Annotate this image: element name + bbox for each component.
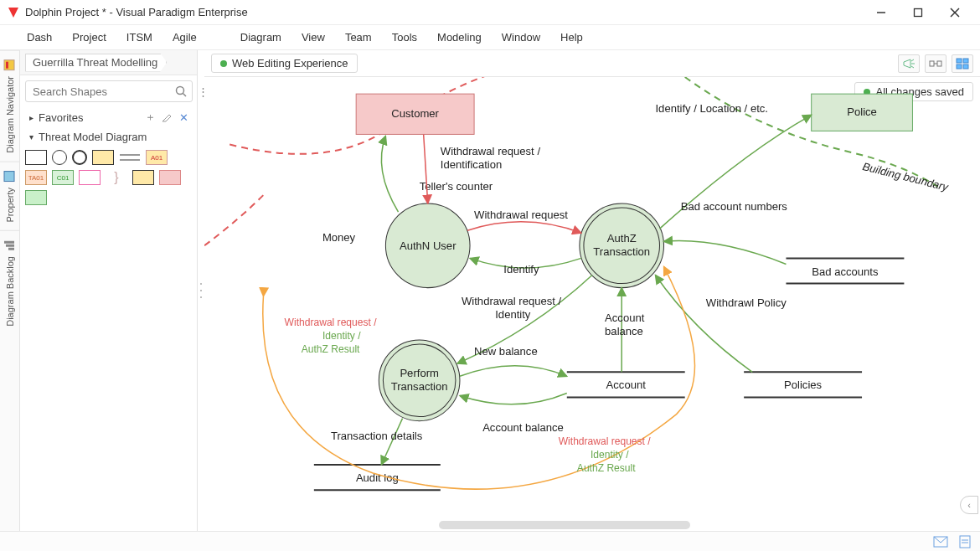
svg-text:AuthZ Result: AuthZ Result <box>577 462 636 474</box>
svg-text:Withdrawal request /: Withdrawal request / <box>285 317 378 328</box>
svg-rect-8 <box>9 248 15 250</box>
window-title: Dolphin Project * - Visual Paradigm Ente… <box>25 6 863 18</box>
sidetab-label: Property <box>5 188 15 223</box>
menubar: Dash Project ITSM Agile Diagram View Tea… <box>0 25 980 50</box>
menu-window[interactable]: Window <box>492 25 550 50</box>
grid-icon <box>956 58 969 70</box>
doc-header: Web Editing Experience <box>204 50 980 77</box>
menu-itsm[interactable]: ITSM <box>116 25 162 50</box>
shape-circle-thin[interactable] <box>52 150 67 165</box>
menu-agile[interactable]: Agile <box>162 25 207 50</box>
menu-team[interactable]: Team <box>335 25 382 50</box>
tool-grid[interactable] <box>952 54 973 73</box>
svg-line-12 <box>183 94 187 97</box>
panel-collapse-handle[interactable]: ‹ <box>960 496 978 514</box>
layout-icon <box>929 58 942 70</box>
statusbar <box>0 531 980 551</box>
svg-text:AuthZ Result: AuthZ Result <box>302 343 360 355</box>
edit-favorite-icon[interactable] <box>160 111 173 124</box>
shape-rect[interactable] <box>25 150 47 165</box>
node-label: AuthN User <box>400 239 456 252</box>
store-audit-log[interactable]: Audit log <box>314 465 441 490</box>
backlog-icon <box>4 239 16 251</box>
menu-help[interactable]: Help <box>550 25 593 50</box>
svg-line-15 <box>911 59 914 61</box>
titlebar: Dolphin Project * - Visual Paradigm Ente… <box>0 0 980 25</box>
sidetab-label: Diagram Backlog <box>5 256 15 327</box>
svg-text:balance: balance <box>605 325 643 337</box>
node-label: AuthZ <box>607 232 637 245</box>
chevron-right-icon: ▸ <box>27 113 35 122</box>
minimize-button[interactable] <box>863 0 900 25</box>
svg-rect-2 <box>915 8 922 16</box>
search-shapes-box[interactable] <box>25 80 193 102</box>
shape-line[interactable] <box>119 150 141 165</box>
svg-text:Identification: Identification <box>441 158 502 171</box>
svg-point-11 <box>177 87 184 95</box>
shape-note2[interactable] <box>132 170 154 185</box>
svg-line-17 <box>911 66 914 68</box>
store-policies[interactable]: Policies <box>744 372 862 397</box>
svg-text:Identify: Identify <box>503 263 539 276</box>
shape-pink-rect[interactable] <box>79 170 101 185</box>
menu-dash[interactable]: Dash <box>17 25 62 50</box>
doc-tab-label: Web Editing Experience <box>232 57 348 70</box>
search-input[interactable] <box>31 85 175 99</box>
tool-layout[interactable] <box>925 54 946 73</box>
svg-text:Identity: Identity <box>495 308 531 321</box>
svg-text:Withdrawal request /: Withdrawal request / <box>559 435 652 447</box>
menu-modeling[interactable]: Modeling <box>427 25 492 50</box>
add-favorite-icon[interactable]: ＋ <box>143 111 157 124</box>
shape-note[interactable] <box>92 150 114 165</box>
close-button[interactable] <box>936 0 973 25</box>
favorites-section[interactable]: ▸ Favorites ＋ ✕ <box>20 107 197 127</box>
svg-marker-0 <box>8 8 18 18</box>
menu-view[interactable]: View <box>291 25 335 50</box>
threat-section[interactable]: ▾ Threat Model Diagram <box>20 127 197 147</box>
svg-text:Withdrawal request /: Withdrawal request / <box>462 295 562 307</box>
section-label: Threat Model Diagram <box>39 131 147 143</box>
shape-pink2[interactable] <box>159 170 181 185</box>
menu-project[interactable]: Project <box>62 25 116 50</box>
breadcrumb-item[interactable]: Guerrilla Threat Modelling <box>25 54 167 72</box>
boundary-label: Building boundary <box>861 160 951 193</box>
node-label: Customer <box>391 107 439 120</box>
diagram-canvas[interactable]: All changes saved Teller's counter Build… <box>204 77 980 531</box>
svg-rect-9 <box>7 245 15 247</box>
tool-announce[interactable] <box>898 54 920 73</box>
node-label: Police <box>847 106 877 118</box>
boundary-label: Teller's counter <box>420 180 493 193</box>
shape-c01[interactable]: C01 <box>52 170 74 185</box>
svg-rect-10 <box>5 241 15 244</box>
sidetab-diagram-navigator[interactable]: Diagram Navigator <box>0 50 19 162</box>
shape-green2[interactable] <box>25 190 47 205</box>
splitter-handle[interactable] <box>198 50 204 531</box>
sidetab-diagram-backlog[interactable]: Diagram Backlog <box>0 230 19 335</box>
store-label: Bad accounts <box>812 265 879 278</box>
horizontal-scrollbar[interactable] <box>439 521 690 529</box>
menu-tools[interactable]: Tools <box>382 25 427 50</box>
shape-a01[interactable]: A01 <box>146 150 168 165</box>
note-icon[interactable] <box>958 535 972 548</box>
doc-tab[interactable]: Web Editing Experience <box>211 54 358 73</box>
remove-favorite-icon[interactable]: ✕ <box>177 111 190 124</box>
maximize-button[interactable] <box>900 0 936 25</box>
svg-text:Transaction details: Transaction details <box>331 430 423 442</box>
shape-curly[interactable]: } <box>106 170 127 185</box>
shape-ta01[interactable]: TA01 <box>25 170 47 185</box>
svg-text:Withdrawl Policy: Withdrawl Policy <box>706 296 787 309</box>
svg-rect-19 <box>937 61 941 66</box>
sidetab-property[interactable]: Property <box>0 162 19 231</box>
megaphone-icon <box>902 58 916 70</box>
shape-palette: A01 TA01 C01 } <box>20 147 197 209</box>
mail-icon[interactable] <box>933 536 948 548</box>
favorites-label: Favorites <box>39 111 83 124</box>
store-account[interactable]: Account <box>567 372 685 397</box>
store-bad-accounts[interactable]: Bad accounts <box>786 258 904 283</box>
menu-diagram[interactable]: Diagram <box>230 25 291 50</box>
svg-text:Withdrawal request /: Withdrawal request / <box>441 145 541 157</box>
svg-text:Identify / Location / etc.: Identify / Location / etc. <box>655 102 768 115</box>
svg-rect-24 <box>963 64 968 69</box>
shape-circle-bold[interactable] <box>72 150 87 165</box>
svg-rect-57 <box>960 536 970 548</box>
